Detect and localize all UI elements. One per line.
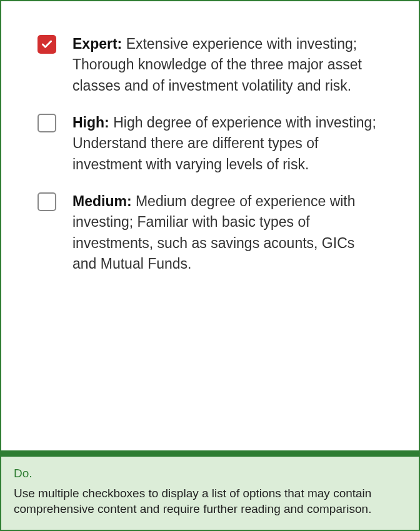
option-expert-title: Expert: — [72, 36, 122, 52]
checkbox-list: Expert: Extensive experience with invest… — [1, 1, 419, 450]
guidance-heading: Do. — [14, 467, 406, 480]
option-high[interactable]: High: High degree of experience with inv… — [38, 112, 382, 175]
option-medium-text: Medium: Medium degree of experience with… — [72, 191, 382, 274]
check-icon — [41, 38, 53, 51]
option-medium-title: Medium: — [72, 193, 132, 209]
option-high-text: High: High degree of experience with inv… — [72, 112, 382, 175]
option-high-title: High: — [72, 114, 109, 131]
option-expert[interactable]: Expert: Extensive experience with invest… — [38, 34, 382, 96]
guidance-body: Use multiple checkboxes to display a lis… — [14, 485, 406, 517]
example-panel: Expert: Extensive experience with invest… — [0, 0, 420, 531]
checkbox-expert[interactable] — [38, 35, 56, 54]
separator-bar — [1, 450, 419, 457]
option-medium[interactable]: Medium: Medium degree of experience with… — [38, 191, 382, 274]
option-expert-text: Expert: Extensive experience with invest… — [72, 34, 382, 96]
guidance-footer: Do. Use multiple checkboxes to display a… — [1, 457, 419, 530]
checkbox-high[interactable] — [38, 114, 56, 132]
checkbox-medium[interactable] — [38, 192, 56, 211]
option-high-body: High degree of experience with investing… — [72, 114, 376, 172]
